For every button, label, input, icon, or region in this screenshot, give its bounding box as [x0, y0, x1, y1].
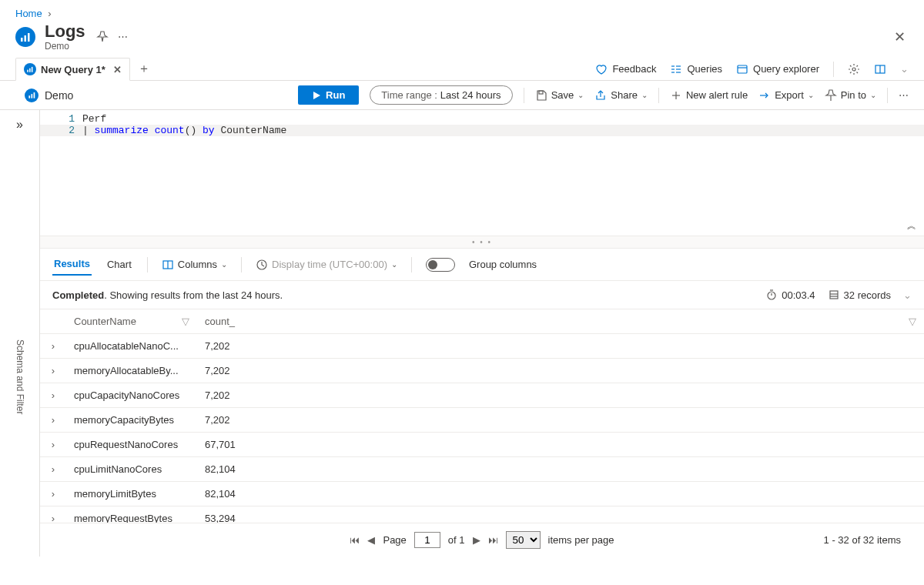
scope-selector[interactable]: Demo [25, 89, 73, 102]
new-tab-button[interactable]: ＋ [130, 61, 158, 77]
new-alert-button[interactable]: New alert rule [670, 89, 748, 102]
expand-row-icon[interactable]: › [40, 383, 66, 408]
page-first-icon[interactable]: ⏮ [350, 534, 360, 546]
query-tab-bar: New Query 1* ✕ ＋ Feedback Queries Query … [0, 58, 924, 81]
pin-icon[interactable] [96, 31, 109, 43]
table-row[interactable]: ›memoryCapacityBytes7,202 [40, 408, 924, 433]
svg-rect-1 [25, 35, 27, 42]
svg-rect-31 [830, 291, 838, 299]
line-number: 2 [40, 125, 82, 136]
close-icon[interactable]: ✕ [891, 25, 909, 48]
expand-row-icon[interactable]: › [40, 359, 66, 383]
more-icon[interactable]: ⋯ [118, 31, 128, 43]
time-range-selector[interactable]: Time range : Last 24 hours [370, 85, 512, 105]
svg-rect-20 [539, 91, 543, 94]
tab-results[interactable]: Results [52, 253, 92, 276]
record-count: 32 records [828, 289, 891, 301]
export-icon [758, 89, 771, 102]
drag-handle[interactable]: • • • [40, 236, 924, 249]
table-row[interactable]: ›memoryLimitBytes82,104 [40, 482, 924, 506]
pin-to-button[interactable]: Pin to⌄ [825, 89, 876, 102]
tab-chart[interactable]: Chart [105, 254, 133, 275]
query-editor[interactable]: 1 Perf 2 | summarize count() by CounterN… [40, 110, 924, 236]
cell-countername: cpuAllocatableNanoC... [66, 334, 197, 359]
expand-row-icon[interactable]: › [40, 457, 66, 482]
schema-filter-label[interactable]: Schema and Filter [15, 339, 25, 414]
page-summary: 1 - 32 of 32 items [824, 534, 901, 546]
cell-count: 82,104 [197, 482, 924, 506]
settings-icon[interactable] [848, 63, 860, 75]
filter-icon[interactable]: ▽ [909, 316, 916, 327]
tab-new-query[interactable]: New Query 1* ✕ [15, 58, 130, 81]
filter-icon[interactable]: ▽ [182, 316, 189, 327]
cell-count: 67,701 [197, 433, 924, 457]
stopwatch-icon [765, 289, 778, 301]
expand-row-icon[interactable]: › [40, 506, 66, 523]
expand-row-icon[interactable]: › [40, 334, 66, 359]
cell-count: 82,104 [197, 457, 924, 482]
run-button[interactable]: Run [298, 85, 359, 105]
table-row[interactable]: ›cpuAllocatableNanoC...7,202 [40, 334, 924, 359]
feedback-link[interactable]: Feedback [595, 63, 656, 75]
columns-icon [162, 259, 174, 271]
column-header-countername[interactable]: CounterName▽ [66, 309, 197, 334]
page-prev-icon[interactable]: ◀ [367, 534, 375, 546]
cell-count: 7,202 [197, 334, 924, 359]
plus-icon [670, 89, 682, 102]
panel-icon[interactable] [874, 63, 886, 75]
page-input[interactable] [414, 532, 440, 548]
page-last-icon[interactable]: ⏭ [488, 534, 498, 546]
tab-close-icon[interactable]: ✕ [113, 64, 122, 75]
table-row[interactable]: ›memoryRequestBytes53,294 [40, 506, 924, 523]
cell-count: 7,202 [197, 383, 924, 408]
heart-icon [595, 63, 608, 75]
collapse-editor-icon[interactable]: ︽ [907, 219, 916, 232]
svg-rect-2 [28, 33, 30, 42]
pin-small-icon [825, 89, 837, 102]
table-row[interactable]: ›cpuRequestNanoCores67,701 [40, 433, 924, 457]
svg-rect-12 [738, 65, 747, 73]
chevron-right-icon: › [48, 8, 51, 19]
display-time-selector[interactable]: Display time (UTC+00:00)⌄ [256, 259, 397, 271]
line-number: 1 [40, 113, 82, 125]
column-header-count[interactable]: count_▽ [197, 309, 924, 334]
table-row[interactable]: ›cpuCapacityNanoCores7,202 [40, 383, 924, 408]
export-button[interactable]: Export⌄ [758, 89, 814, 102]
editor-toolbar: Demo Run Time range : Last 24 hours Save… [0, 81, 924, 110]
share-icon [594, 89, 607, 102]
table-row[interactable]: ›cpuLimitNanoCores82,104 [40, 457, 924, 482]
cell-countername: cpuCapacityNanoCores [66, 383, 197, 408]
page-subtitle: Demo [45, 41, 85, 52]
status-row: Completed. Showing results from the last… [40, 281, 924, 309]
toolbar-more-icon[interactable]: ⋯ [899, 89, 909, 101]
cell-countername: memoryCapacityBytes [66, 408, 197, 433]
cell-countername: cpuRequestNanoCores [66, 433, 197, 457]
page-size-select[interactable]: 50 [506, 531, 541, 549]
expand-rail-icon[interactable]: » [16, 118, 23, 132]
expand-row-icon[interactable]: › [40, 408, 66, 433]
svg-rect-17 [28, 95, 30, 98]
expand-row-icon[interactable]: › [40, 482, 66, 506]
save-button[interactable]: Save⌄ [535, 89, 584, 102]
query-explorer-link[interactable]: Query explorer [736, 63, 819, 75]
expand-results-icon[interactable]: ⌄ [903, 289, 912, 301]
queries-link[interactable]: Queries [670, 63, 722, 75]
table-row[interactable]: ›memoryAllocatableBy...7,202 [40, 359, 924, 383]
result-tabs: Results Chart Columns⌄ Display time (UTC… [40, 249, 924, 281]
columns-selector[interactable]: Columns⌄ [162, 259, 227, 271]
side-rail: » Schema and Filter [0, 110, 40, 557]
cell-countername: memoryRequestBytes [66, 506, 197, 523]
group-columns-toggle[interactable] [426, 258, 455, 272]
breadcrumb: Home › [0, 0, 924, 22]
tab-label: New Query 1* [41, 64, 105, 75]
group-columns-label: Group columns [469, 259, 537, 270]
records-icon [828, 289, 840, 301]
breadcrumb-home[interactable]: Home [15, 8, 42, 19]
play-icon [312, 91, 321, 100]
page-next-icon[interactable]: ▶ [473, 534, 480, 546]
expand-row-icon[interactable]: › [40, 433, 66, 457]
svg-rect-0 [21, 38, 23, 42]
svg-rect-18 [31, 94, 32, 99]
share-button[interactable]: Share⌄ [594, 89, 648, 102]
chevron-down-icon[interactable]: ⌄ [900, 63, 909, 75]
